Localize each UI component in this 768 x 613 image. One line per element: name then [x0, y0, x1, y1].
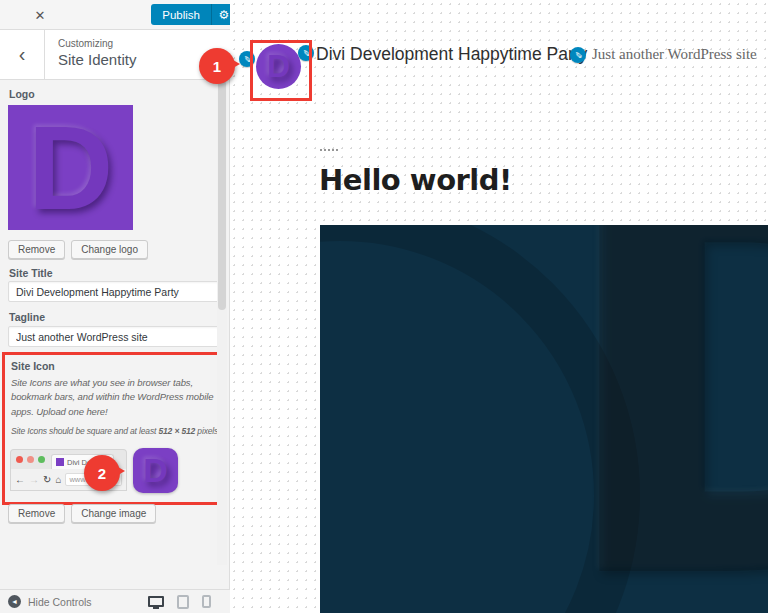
browser-window-buttons — [16, 450, 45, 469]
customizer-sidebar: ✕ Publish ⚙ ‹ Customizing Site Identity … — [0, 0, 230, 613]
featured-image-letter: D — [548, 225, 768, 613]
wordpress-customizer: ✕ Publish ⚙ ‹ Customizing Site Identity … — [0, 0, 768, 613]
sidebar-scrollbar[interactable] — [217, 80, 227, 565]
post-divider — [320, 149, 338, 151]
publish-button[interactable]: Publish — [151, 4, 211, 25]
site-title-label: Site Title — [9, 267, 53, 279]
collapse-arrow-icon: ◄ — [8, 595, 21, 608]
site-icon-requirement: Site Icons should be square and at least… — [11, 425, 218, 438]
featured-image: D — [320, 225, 768, 613]
customizer-topbar: ✕ Publish ⚙ — [0, 0, 238, 30]
change-site-icon-button[interactable]: Change image — [71, 504, 156, 523]
post-title[interactable]: Hello world! — [319, 163, 512, 197]
pencil-icon: ✎ — [301, 49, 311, 57]
tablet-preview-icon[interactable] — [177, 595, 189, 609]
desktop-preview-icon[interactable] — [148, 596, 164, 607]
hide-controls-button[interactable]: Hide Controls — [28, 596, 92, 608]
refresh-icon: ↻ — [43, 475, 51, 485]
publish-button-group: Publish ⚙ — [151, 4, 236, 25]
logo-actions: Remove Change logo — [8, 240, 148, 259]
logo-preview-image[interactable]: D — [8, 105, 133, 230]
back-arrow-icon: ← — [15, 475, 25, 485]
remove-site-icon-button[interactable]: Remove — [8, 504, 65, 523]
device-preview-switcher — [148, 595, 211, 609]
site-title-text[interactable]: Divi Development Happytime Party — [316, 44, 587, 65]
remove-logo-button[interactable]: Remove — [8, 240, 65, 259]
site-icon-actions: Remove Change image — [8, 504, 156, 523]
site-icon-app-preview: D — [133, 448, 178, 493]
site-preview: ✎ D ✎ Divi Development Happytime Party ✎… — [230, 0, 768, 613]
back-button[interactable]: ‹ — [0, 30, 45, 79]
change-logo-button[interactable]: Change logo — [71, 240, 148, 259]
mobile-preview-icon[interactable] — [202, 595, 211, 608]
edit-site-title-button[interactable]: ✎ — [298, 45, 314, 61]
annotation-marker-2: 2 — [84, 455, 120, 491]
tagline-label: Tagline — [9, 311, 45, 323]
tagline-input[interactable] — [8, 326, 219, 347]
annotation-marker-1: 1 — [199, 48, 235, 84]
maximize-window-dot — [38, 456, 45, 463]
section-header: ‹ Customizing Site Identity — [0, 30, 230, 80]
customizing-kicker: Customizing — [58, 38, 136, 49]
site-tagline-text: Just another WordPress site — [592, 46, 757, 63]
forward-arrow-icon: → — [29, 475, 39, 485]
minimize-window-dot — [27, 456, 34, 463]
site-icon-letter: D — [143, 451, 168, 490]
section-header-text: Customizing Site Identity — [58, 38, 136, 68]
favicon-preview — [56, 458, 64, 466]
logo-letter: D — [28, 100, 113, 236]
section-title: Site Identity — [58, 51, 136, 68]
logo-label: Logo — [9, 88, 35, 100]
home-icon: ⌂ — [55, 475, 61, 485]
scrollbar-thumb[interactable] — [218, 80, 226, 310]
site-logo[interactable]: D — [256, 44, 301, 89]
site-logo-letter: D — [267, 48, 290, 85]
close-customizer-button[interactable]: ✕ — [26, 5, 54, 25]
customizer-footer: ◄ Hide Controls — [0, 589, 230, 613]
close-window-dot — [16, 456, 23, 463]
gear-icon: ⚙ — [219, 8, 230, 22]
site-title-input[interactable] — [8, 281, 219, 302]
pencil-icon: ✎ — [573, 51, 583, 59]
site-icon-description: Site Icons are what you see in browser t… — [11, 376, 218, 419]
site-icon-label: Site Icon — [11, 360, 55, 372]
edit-tagline-button[interactable]: ✎ — [570, 47, 586, 63]
